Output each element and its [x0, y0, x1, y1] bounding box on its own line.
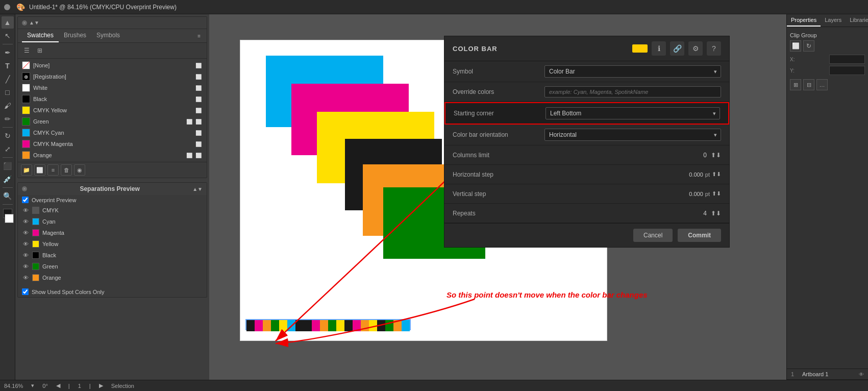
- swatch-name-cmyk-magenta: CMYK Magenta: [33, 141, 191, 147]
- sep-item-black[interactable]: 👁 Black: [18, 250, 207, 261]
- dialog-repeats-stepper[interactable]: ⬆⬇: [711, 210, 721, 217]
- dialog-link-icon[interactable]: 🔗: [670, 41, 684, 56]
- status-page-fwd[interactable]: ▶: [99, 382, 103, 389]
- transform-icon-1[interactable]: ⬜: [790, 40, 801, 52]
- swatch-item-cmyk-magenta[interactable]: CMYK Magenta ⬜: [18, 138, 207, 150]
- dialog-columns-stepper[interactable]: ⬆⬇: [711, 152, 721, 159]
- type-tool[interactable]: T: [2, 60, 14, 72]
- swatches-menu[interactable]: ≡: [195, 31, 203, 41]
- direct-select-tool[interactable]: ↖: [2, 30, 14, 42]
- show-spot-colors-checkbox[interactable]: [22, 288, 29, 295]
- swatch-item-registration[interactable]: ⊕ [Registration] ⬜: [18, 71, 207, 82]
- left-toolbar: ▲ ↖ ✒ T ╱ □ 🖌 ✏ ↻ ⤢ ⬛ 💉 🔍: [0, 14, 15, 380]
- sep-eye-orange[interactable]: 👁: [22, 274, 29, 281]
- dialog-override-input[interactable]: [544, 86, 721, 97]
- status-page-back[interactable]: ◀: [56, 382, 60, 389]
- new-spot-swatch[interactable]: ◉: [74, 164, 85, 176]
- pen-tool[interactable]: ✒: [2, 46, 14, 59]
- tab-brushes[interactable]: Brushes: [59, 29, 91, 42]
- dialog-row-repeats: Repeats 4 ⬆⬇: [444, 204, 729, 223]
- swatch-options[interactable]: ≡: [47, 164, 59, 176]
- separations-preview-panel: × Separations Preview ▲▼ Overprint Previ…: [17, 182, 207, 298]
- properties-panel: Properties Layers Libraries Clip Group ⬜…: [786, 14, 868, 380]
- rotate-tool[interactable]: ↻: [2, 130, 14, 142]
- props-x-input[interactable]: 40.1568: [829, 55, 865, 64]
- dialog-orientation-select[interactable]: Horizontal Vertical: [544, 129, 721, 141]
- sep-panel-collapse[interactable]: ▲▼: [192, 186, 203, 192]
- swatch-item-none[interactable]: [None] ⬜: [18, 60, 207, 71]
- tool-separator-1: [3, 44, 13, 44]
- swatch-name-cmyk-yellow: CMYK Yellow: [33, 107, 191, 113]
- sep-item-cyan[interactable]: 👁 Cyan: [18, 216, 207, 227]
- swatch-item-white[interactable]: White ⬜: [18, 82, 207, 93]
- selection-tool[interactable]: ▲: [2, 16, 14, 29]
- sep-panel-close[interactable]: ×: [22, 186, 27, 191]
- sep-item-green[interactable]: 👁 Green: [18, 261, 207, 272]
- color-swatches-widget[interactable]: [2, 209, 14, 223]
- align-icon-1[interactable]: ⊞: [790, 79, 801, 90]
- color-bar-strip[interactable]: [245, 319, 411, 330]
- new-swatch-group[interactable]: 📁: [21, 164, 32, 176]
- swatch-color-cmyk-cyan: [22, 129, 30, 137]
- layer-row-1[interactable]: 1 Artboard 1 👁: [787, 369, 868, 380]
- dialog-info-icon[interactable]: ℹ: [652, 41, 666, 56]
- sep-eye-black[interactable]: 👁: [22, 252, 29, 259]
- sep-item-magenta[interactable]: 👁 Magenta: [18, 227, 207, 238]
- dialog-settings-icon[interactable]: ⚙: [688, 41, 703, 56]
- scale-tool[interactable]: ⤢: [2, 143, 14, 155]
- tab-layers[interactable]: Layers: [821, 14, 846, 27]
- top-bar: 🎨 Untitled-1* @ 84.16% (CMYK/CPU Overpri…: [0, 0, 868, 14]
- dialog-columns-value: 0: [703, 152, 707, 159]
- align-icon-2[interactable]: ⊟: [803, 79, 814, 90]
- cancel-button[interactable]: Cancel: [633, 229, 673, 242]
- props-y-input[interactable]: 4.1732 p: [829, 66, 865, 75]
- commit-button[interactable]: Commit: [678, 229, 721, 242]
- sep-item-yellow[interactable]: 👁 Yellow: [18, 238, 207, 250]
- status-zoom-dropdown[interactable]: ▾: [31, 382, 34, 389]
- paintbrush-tool[interactable]: 🖌: [2, 100, 14, 112]
- new-color-swatch[interactable]: ⬜: [34, 164, 45, 176]
- status-zoom[interactable]: 84.16%: [4, 383, 23, 389]
- window-close[interactable]: [4, 4, 10, 10]
- sep-item-orange[interactable]: 👁 Orange: [18, 272, 207, 283]
- swatch-item-black[interactable]: Black ⬜: [18, 93, 207, 105]
- swatch-list-view[interactable]: ☰: [21, 45, 32, 56]
- line-tool[interactable]: ╱: [2, 73, 14, 85]
- swatch-item-green[interactable]: Green ⬜ ⬜: [18, 116, 207, 127]
- swatch-item-cmyk-cyan[interactable]: CMYK Cyan ⬜: [18, 127, 207, 138]
- dialog-hstep-stepper[interactable]: ⬆⬇: [712, 171, 721, 178]
- sep-eye-cyan[interactable]: 👁: [22, 218, 29, 225]
- eyedropper-tool[interactable]: 💉: [2, 173, 14, 185]
- sep-eye-cmyk[interactable]: 👁: [22, 207, 29, 214]
- overprint-preview-checkbox[interactable]: [22, 197, 29, 203]
- sep-eye-magenta[interactable]: 👁: [22, 229, 29, 236]
- zoom-tool[interactable]: 🔍: [2, 190, 14, 202]
- tab-swatches[interactable]: Swatches: [22, 29, 59, 42]
- delete-swatch[interactable]: 🗑: [61, 164, 72, 176]
- swatch-grid-view[interactable]: ⊞: [34, 45, 45, 56]
- align-icon-3[interactable]: …: [816, 79, 828, 90]
- dialog-vstep-stepper[interactable]: ⬆⬇: [712, 190, 721, 197]
- dialog-help-icon[interactable]: ?: [707, 41, 721, 56]
- transform-icon-2[interactable]: ↻: [803, 40, 814, 52]
- swatches-tabs: Swatches Brushes Symbols ≡: [18, 29, 207, 43]
- swatch-item-cmyk-yellow[interactable]: CMYK Yellow ⬜: [18, 105, 207, 116]
- dialog-repeats-value-area: 4 ⬆⬇: [544, 210, 721, 217]
- rect-tool[interactable]: □: [2, 86, 14, 99]
- dialog-symbol-select[interactable]: Color Bar: [544, 65, 721, 78]
- dialog-starting-corner-select[interactable]: Left Bottom Left Top Right Bottom Right …: [545, 107, 720, 119]
- swatches-panel-collapse[interactable]: ▲▼: [29, 20, 39, 26]
- swatch-item-orange[interactable]: Orange ⬜ ⬜: [18, 150, 207, 161]
- layer-visibility-icon[interactable]: 👁: [859, 372, 864, 377]
- bar-cell-15: [361, 320, 369, 331]
- sep-eye-yellow[interactable]: 👁: [22, 240, 29, 248]
- tab-properties[interactable]: Properties: [787, 14, 821, 27]
- sep-eye-green[interactable]: 👁: [22, 263, 29, 270]
- sep-item-cmyk[interactable]: 👁 CMYK: [18, 205, 207, 216]
- swatch-icon-white: ⬜: [194, 84, 203, 92]
- pencil-tool[interactable]: ✏: [2, 113, 14, 125]
- swatches-panel-close[interactable]: ×: [22, 20, 27, 26]
- gradient-tool[interactable]: ⬛: [2, 160, 14, 172]
- tab-libraries[interactable]: Libraries: [846, 14, 868, 27]
- tab-symbols[interactable]: Symbols: [91, 29, 125, 42]
